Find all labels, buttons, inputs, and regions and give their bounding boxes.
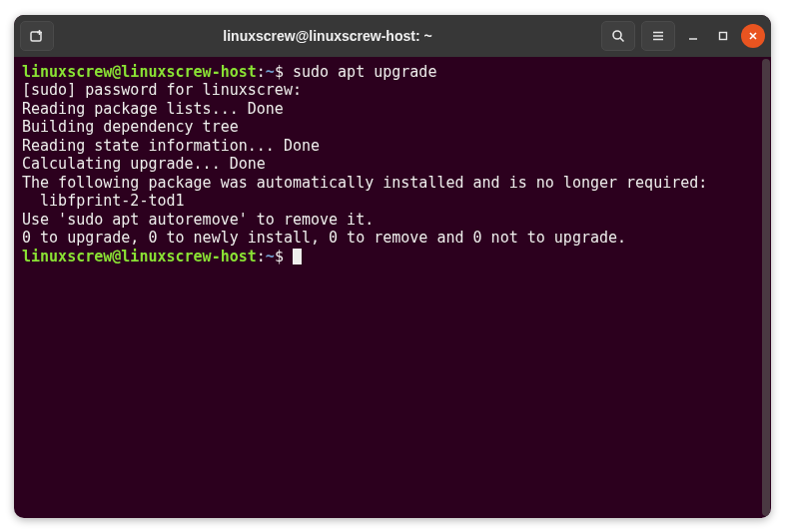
terminal-line: Reading state information... Done (22, 137, 763, 156)
new-tab-button[interactable] (20, 21, 54, 51)
prompt-dollar: $ (275, 248, 293, 266)
close-button[interactable] (741, 24, 765, 48)
prompt-dollar: $ (275, 63, 293, 81)
maximize-button[interactable] (711, 24, 735, 48)
minimize-button[interactable] (681, 24, 705, 48)
terminal-line: Use 'sudo apt autoremove' to remove it. (22, 211, 763, 230)
svg-rect-9 (720, 32, 727, 39)
minimize-icon (687, 30, 699, 42)
terminal-line: Building dependency tree (22, 118, 763, 137)
scrollbar[interactable] (762, 59, 770, 516)
command-text: sudo apt upgrade (293, 63, 437, 81)
window-title: linuxscrew@linuxscrew-host: ~ (60, 28, 595, 44)
prompt-colon: : (257, 63, 266, 81)
search-icon (610, 28, 626, 44)
terminal-line: 0 to upgrade, 0 to newly install, 0 to r… (22, 229, 763, 248)
terminal-body[interactable]: linuxscrew@linuxscrew-host:~$ sudo apt u… (14, 57, 771, 518)
prompt-colon: : (257, 248, 266, 266)
terminal-line: [sudo] password for linuxscrew: (22, 81, 763, 100)
terminal-line: linuxscrew@linuxscrew-host:~$ sudo apt u… (22, 63, 763, 82)
prompt-path: ~ (266, 63, 275, 81)
maximize-icon (717, 30, 729, 42)
titlebar-right (601, 21, 765, 51)
terminal-line: Reading package lists... Done (22, 100, 763, 119)
prompt-path: ~ (266, 248, 275, 266)
cursor (293, 249, 302, 265)
hamburger-icon (650, 28, 666, 44)
svg-point-3 (613, 31, 621, 39)
terminal-line: The following package was automatically … (22, 174, 763, 193)
new-tab-icon (29, 28, 45, 44)
menu-button[interactable] (641, 21, 675, 51)
terminal-window: linuxscrew@linuxscrew-host: ~ (14, 15, 771, 518)
terminal-line: libfprint-2-tod1 (22, 192, 763, 211)
prompt-user: linuxscrew@linuxscrew-host (22, 63, 257, 81)
close-icon (747, 30, 759, 42)
titlebar: linuxscrew@linuxscrew-host: ~ (14, 15, 771, 57)
svg-line-4 (620, 38, 624, 42)
terminal-line: linuxscrew@linuxscrew-host:~$ (22, 248, 763, 266)
terminal-line: Calculating upgrade... Done (22, 155, 763, 174)
search-button[interactable] (601, 21, 635, 51)
prompt-user: linuxscrew@linuxscrew-host (22, 248, 257, 266)
